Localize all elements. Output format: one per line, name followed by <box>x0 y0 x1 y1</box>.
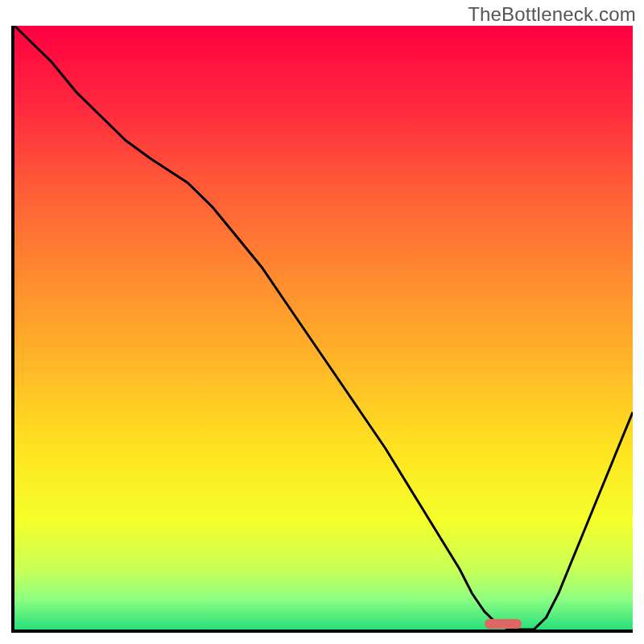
plot-area <box>11 26 633 633</box>
gradient-background <box>14 26 633 630</box>
watermark-text: TheBottleneck.com <box>468 3 636 26</box>
chart-svg <box>14 26 633 630</box>
highlight-marker <box>485 619 522 629</box>
chart-container: TheBottleneck.com <box>0 0 644 644</box>
